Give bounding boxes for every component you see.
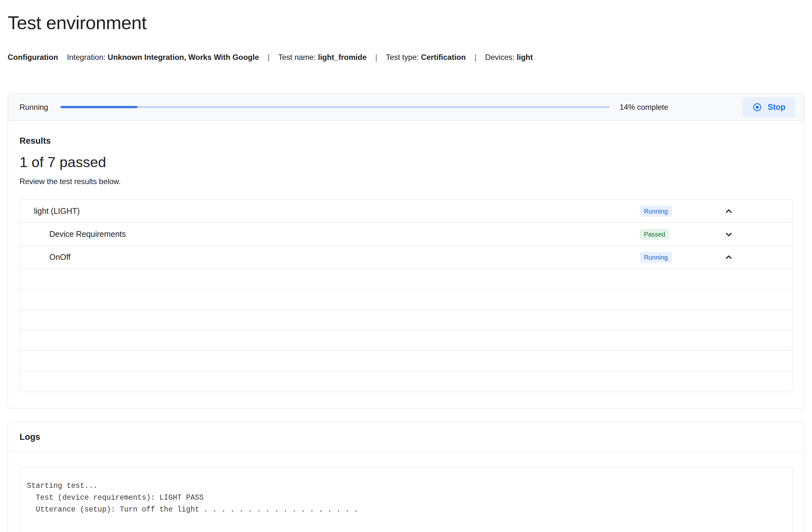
table-row-test[interactable]: OnOff Running (20, 246, 792, 269)
config-item-test-name: Test name: light_fromide (278, 52, 367, 63)
config-separator: | (375, 52, 377, 63)
progress-strip: Running 14% complete Stop (8, 94, 804, 121)
logs-card: Logs Starting test... Test (device requi… (8, 422, 804, 532)
status-badge: Passed (640, 229, 669, 240)
config-item-value: light (517, 53, 533, 61)
results-heading: Results (19, 135, 793, 146)
config-separator: | (268, 52, 270, 63)
collapse-chevron-button[interactable] (723, 206, 735, 217)
stop-circle-icon (752, 102, 763, 112)
table-row-test[interactable]: Device Requirements Passed (20, 223, 792, 246)
config-item-value: Certification (421, 53, 466, 61)
chevron-down-icon (723, 229, 734, 240)
config-item-key: Integration: (67, 53, 107, 61)
progress-bar (60, 106, 609, 108)
page-title: Test environment (8, 12, 804, 33)
stop-button-label: Stop (768, 102, 785, 112)
results-section: Results 1 of 7 passed Review the test re… (8, 135, 804, 408)
config-item-key: Test name: (278, 53, 318, 61)
config-separator: | (475, 52, 476, 63)
test-run-card: Running 14% complete Stop Results 1 of 7… (8, 93, 804, 409)
chevron-up-icon (723, 252, 734, 263)
expand-chevron-button[interactable] (723, 228, 735, 240)
collapse-chevron-button[interactable] (723, 252, 735, 263)
config-item-test-type: Test type: Certification (386, 52, 466, 63)
config-summary: Configuration Integration: Unknown Integ… (8, 52, 804, 63)
table-row-device[interactable]: light (LIGHT) Running (20, 200, 792, 223)
results-summary: 1 of 7 passed (19, 153, 793, 171)
status-badge: Running (640, 206, 672, 217)
table-row-empty (20, 330, 792, 351)
table-row-empty (20, 310, 792, 330)
config-item-devices: Devices: light (485, 52, 533, 63)
logs-heading: Logs (19, 431, 40, 442)
config-item-value: light_fromide (318, 53, 367, 61)
table-row-empty (20, 351, 792, 371)
status-badge: Running (640, 252, 672, 263)
table-row-empty (20, 371, 792, 392)
chevron-up-icon (723, 206, 734, 217)
log-line: Test (device requirements): LIGHT PASS (27, 492, 785, 504)
status-cell: Running (640, 206, 723, 217)
log-output: Starting test... Test (device requiremen… (19, 467, 793, 532)
status-cell: Running (640, 252, 723, 263)
run-status-label: Running (19, 103, 60, 112)
config-item-key: Devices: (485, 53, 517, 61)
table-row-empty (20, 290, 792, 310)
config-item-integration: Integration: Unknown Integration, Works … (67, 52, 259, 63)
status-cell: Passed (640, 229, 723, 240)
row-label: OnOff (49, 253, 640, 262)
logs-body: Starting test... Test (device requiremen… (8, 452, 804, 532)
logs-header: Logs (8, 422, 804, 452)
results-subtitle: Review the test results below. (19, 176, 793, 187)
config-label: Configuration (8, 52, 58, 63)
progress-fill (60, 106, 137, 108)
config-item-key: Test type: (386, 53, 421, 61)
row-label: Device Requirements (49, 230, 640, 239)
results-table: light (LIGHT) Running Device Requirement… (19, 200, 793, 392)
log-line: Starting test... (27, 480, 785, 492)
row-label: light (LIGHT) (34, 206, 640, 216)
test-environment-page: Test environment Configuration Integrati… (0, 12, 812, 532)
progress-percent-label: 14% complete (620, 103, 668, 112)
stop-button[interactable]: Stop (742, 97, 795, 117)
table-row-empty (20, 269, 792, 290)
config-item-value: Unknown Integration, Works With Google (107, 53, 259, 61)
log-line: Utterance (setup): Turn off the light . … (27, 504, 785, 516)
